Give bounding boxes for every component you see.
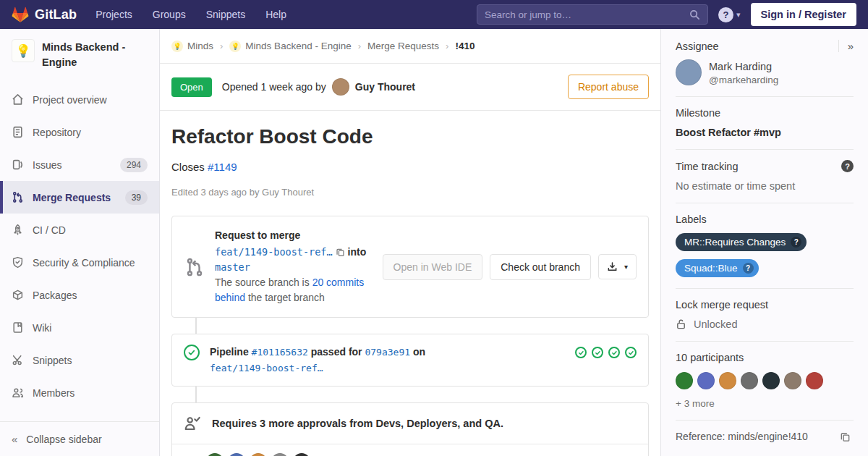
participant-avatar[interactable] — [784, 372, 801, 389]
sign-in-register-button[interactable]: Sign in / Register — [751, 3, 856, 26]
collapse-right-sidebar-icon[interactable]: » — [838, 40, 854, 52]
search-input[interactable] — [485, 9, 689, 20]
behind-post-text: the target branch — [248, 292, 325, 303]
global-search[interactable] — [477, 4, 708, 25]
participant-avatar[interactable] — [719, 372, 736, 389]
participant-avatar[interactable] — [741, 372, 758, 389]
approvals-heading-row: Requires 3 more approvals from Devs, Dep… — [172, 403, 648, 444]
pipeline-passed-icon[interactable] — [184, 345, 200, 360]
sidebar-item-ci-cd[interactable]: CI / CD — [0, 214, 159, 246]
sidebar-item-merge-requests[interactable]: Merge Requests 39 — [0, 181, 159, 214]
sidebar-item-project-overview[interactable]: Project overview — [0, 83, 159, 116]
nav-help[interactable]: Help — [265, 9, 286, 20]
check-out-branch-button[interactable]: Check out branch — [490, 254, 591, 280]
stage-passed-icon[interactable] — [608, 347, 620, 358]
download-dropdown-button[interactable]: ▾ — [598, 254, 637, 279]
pipeline-stages — [575, 345, 637, 358]
issuable-sidebar: Assignee » Mark Harding @markeharding Mi… — [660, 29, 868, 456]
sidebar-item-repository[interactable]: Repository — [0, 116, 159, 148]
report-abuse-button[interactable]: Report abuse — [568, 75, 649, 99]
source-branch-link[interactable]: feat/1149-boost-ref… — [215, 246, 333, 258]
pipeline-branch-link[interactable]: feat/1149-boost-ref… — [210, 363, 323, 373]
sidebar-item-security-compliance[interactable]: Security & Compliance — [0, 246, 159, 279]
approver-avatar[interactable] — [228, 453, 245, 456]
participant-avatar[interactable] — [676, 372, 693, 389]
time-tracking-block: Time tracking ? No estimate or time spen… — [676, 160, 854, 203]
help-menu[interactable]: ? ▾ — [718, 7, 741, 22]
status-badge: Open — [171, 77, 212, 97]
stage-passed-icon[interactable] — [575, 347, 587, 358]
approvals-box: Requires 3 more approvals from Devs, Dep… — [171, 402, 649, 456]
breadcrumb-current-mr: !410 — [455, 41, 475, 51]
copy-branch-icon[interactable] — [336, 248, 345, 257]
project-name: Minds Backend - Engine — [42, 39, 148, 70]
pipeline-id-link[interactable]: #101165632 — [252, 347, 308, 358]
closes-issue-link[interactable]: #1149 — [208, 161, 237, 173]
sidebar-item-wiki[interactable]: Wiki — [0, 311, 159, 344]
nav-groups[interactable]: Groups — [153, 9, 186, 20]
breadcrumb-separator-icon: › — [358, 41, 361, 51]
stage-passed-icon[interactable] — [592, 347, 603, 358]
sidebar-item-label: Repository — [33, 127, 81, 138]
widget-connector — [195, 387, 197, 402]
breadcrumb-group[interactable]: 💡 Minds — [171, 41, 213, 52]
label-pill-mr-requires-changes[interactable]: MR::Requires Changes ? — [676, 233, 807, 251]
reference-block: Reference: minds/engine!410 — [676, 431, 854, 453]
target-branch-link[interactable]: master — [215, 261, 250, 273]
breadcrumb-merge-requests[interactable]: Merge Requests — [367, 41, 439, 51]
navbar-right: ? ▾ Sign in / Register — [477, 3, 856, 26]
sidebar-item-packages[interactable]: Packages — [0, 279, 159, 311]
sidebar-item-label: Issues — [33, 159, 61, 171]
participant-avatar[interactable] — [806, 372, 823, 389]
project-context-header[interactable]: 💡 Minds Backend - Engine — [0, 29, 159, 77]
sidebar-item-issues[interactable]: Issues 294 — [0, 148, 159, 181]
gitlab-logo[interactable]: GitLab — [12, 7, 77, 23]
behind-line: The source branch is 20 commits behind t… — [215, 275, 373, 305]
opened-text: Opened 1 week ago by — [222, 81, 326, 93]
sidebar-item-members[interactable]: Members — [0, 376, 159, 409]
collapse-sidebar-button[interactable]: « Collapse sidebar — [0, 421, 159, 456]
nav-snippets[interactable]: Snippets — [206, 9, 245, 20]
approver-avatar[interactable] — [250, 453, 267, 456]
issues-count-badge: 294 — [120, 158, 148, 172]
copy-reference-icon[interactable] — [840, 431, 851, 442]
assignee-avatar[interactable] — [676, 59, 702, 85]
open-web-ide-button[interactable]: Open in Web IDE — [383, 254, 483, 280]
project-sidebar: 💡 Minds Backend - Engine Project overvie… — [0, 29, 160, 456]
lock-block: Lock merge request Unlocked — [676, 299, 854, 342]
time-tracking-heading-row: Time tracking ? — [676, 160, 854, 172]
sidebar-item-snippets[interactable]: Snippets — [0, 344, 159, 376]
more-participants-link[interactable]: + 3 more — [676, 398, 854, 409]
user-check-icon — [184, 415, 201, 431]
participant-avatar[interactable] — [697, 372, 715, 389]
breadcrumb-project[interactable]: 💡 Minds Backend - Engine — [229, 41, 351, 52]
author-name[interactable]: Guy Thouret — [355, 81, 415, 93]
merge-request-icon — [12, 191, 24, 203]
widget-connector — [195, 318, 197, 334]
shield-icon — [12, 256, 24, 269]
author-avatar[interactable] — [332, 78, 349, 96]
mr-title: Refactor Boost Code — [171, 125, 649, 148]
nav-projects[interactable]: Projects — [95, 9, 132, 20]
approver-avatar[interactable] — [271, 453, 289, 456]
time-tracking-value: No estimate or time spent — [676, 180, 854, 192]
request-to-merge-box: Request to merge feat/1149-boost-ref…int… — [171, 216, 649, 318]
milestone-value[interactable]: Boost Refactor #mvp — [676, 127, 854, 138]
label-pill-squad-blue[interactable]: Squad::Blue ? — [676, 259, 759, 277]
primary-nav: Projects Groups Snippets Help — [95, 9, 286, 20]
stage-passed-icon[interactable] — [625, 347, 637, 358]
breadcrumb-section-label: Merge Requests — [367, 41, 439, 51]
scissors-icon — [12, 354, 24, 366]
download-icon — [607, 261, 618, 272]
sidebar-item-label: Security & Compliance — [33, 257, 135, 269]
sidebar-item-label: Members — [33, 387, 75, 399]
participant-avatar[interactable] — [762, 372, 780, 389]
approver-avatar[interactable] — [206, 453, 224, 456]
sidebar-item-label: Snippets — [33, 355, 72, 366]
commit-sha-link[interactable]: 079a3e91 — [365, 347, 410, 358]
time-tracking-help-icon[interactable]: ? — [841, 160, 854, 172]
milestone-block: Milestone Boost Refactor #mvp — [676, 107, 854, 150]
approver-avatar[interactable] — [293, 453, 310, 456]
label-text: Squad::Blue — [684, 263, 738, 274]
assignee-row[interactable]: Mark Harding @markeharding — [676, 59, 854, 85]
